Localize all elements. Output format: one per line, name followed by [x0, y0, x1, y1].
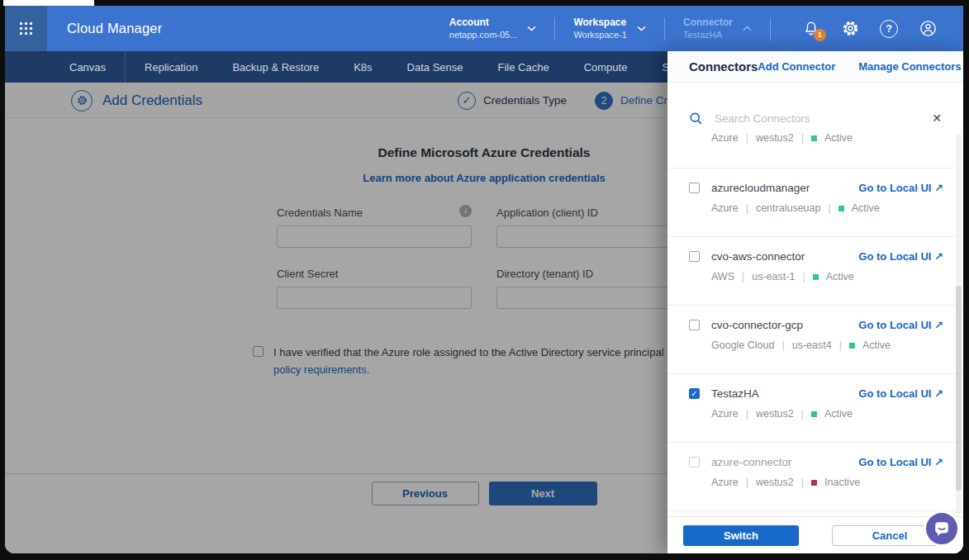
search-icon	[689, 112, 703, 126]
top-bar: Cloud Manager Account netapp.com-05... W…	[5, 6, 963, 51]
nav-tab-compute[interactable]: Compute	[567, 51, 645, 83]
divider	[770, 17, 771, 40]
policy-requirements-link[interactable]: policy requirements.	[273, 363, 369, 376]
application-client-id-input[interactable]	[496, 225, 667, 248]
connector-checkbox[interactable]: ✓	[689, 388, 700, 399]
scrollbar-thumb[interactable]	[956, 286, 962, 491]
settings-button[interactable]	[839, 18, 861, 40]
status-badge: Active	[862, 339, 891, 351]
step-credentials-type[interactable]: ✓ Credentials Type	[458, 92, 567, 110]
user-menu-button[interactable]	[917, 18, 938, 40]
divider	[554, 17, 555, 40]
notifications-button[interactable]: 1	[800, 18, 822, 40]
user-icon	[919, 19, 938, 38]
connectors-title: Connectors	[689, 59, 758, 74]
list-item-partial[interactable]: Azure westus2 Active	[667, 131, 963, 168]
credentials-gear-icon	[71, 90, 93, 112]
status-dot	[849, 343, 855, 349]
nav-tab-canvas[interactable]: Canvas	[52, 51, 123, 83]
nav-tab-file-cache[interactable]: File Cache	[481, 51, 567, 83]
manage-connectors-link[interactable]: Manage Connectors	[858, 60, 961, 73]
account-label: Account	[449, 16, 518, 29]
credentials-form: Credentials Name i Application (client) …	[277, 206, 667, 309]
connector-checkbox[interactable]: ✓	[689, 251, 700, 262]
connector-list: Azure westus2 Active ✓ azurecloudmanager…	[667, 131, 963, 516]
connector-search: ✕	[667, 83, 963, 131]
status-badge: Inactive	[824, 477, 860, 488]
wizard-steps: ✓ Credentials Type 2 Define Credentials …	[458, 83, 667, 118]
field-client-secret: Client Secret	[277, 268, 472, 309]
list-item-testazha[interactable]: ✓ TestazHA Go to Local UI ↗ Azure westus…	[667, 374, 963, 443]
chat-widget-button[interactable]	[924, 510, 960, 547]
switch-button[interactable]: Switch	[683, 525, 799, 546]
chevron-down-icon	[527, 26, 536, 31]
verify-role-checkbox[interactable]	[253, 346, 264, 357]
panel-footer: Switch Cancel	[667, 516, 963, 553]
nav-divider	[125, 51, 126, 83]
client-secret-input[interactable]	[277, 287, 472, 309]
field-credentials-name: Credentials Name i	[277, 206, 472, 248]
status-dot	[811, 135, 817, 141]
list-item-azure-connector[interactable]: ✓ azure-connector Go to Local UI ↗ Azure…	[667, 443, 963, 511]
external-link-icon: ↗	[934, 387, 943, 400]
nav-tab-data-sense[interactable]: Data Sense	[390, 51, 481, 83]
connector-label: Connector	[683, 16, 733, 29]
wizard-name: Add Credentials	[71, 83, 202, 118]
list-item-azurecloudmanager[interactable]: ✓ azurecloudmanager Go to Local UI ↗ Azu…	[667, 168, 963, 237]
credentials-name-input[interactable]	[277, 225, 472, 248]
step-define-credentials[interactable]: 2 Define Credentials	[595, 92, 667, 110]
account-value: netapp.com-05...	[449, 29, 518, 41]
external-link-icon: ↗	[934, 182, 943, 194]
workspace-dropdown[interactable]: Workspace Workspace-1	[568, 16, 651, 41]
step-check-icon: ✓	[458, 92, 476, 110]
add-connector-link[interactable]: Add Connector	[758, 60, 835, 73]
external-link-icon: ↗	[934, 250, 943, 263]
connector-checkbox[interactable]: ✓	[689, 457, 700, 467]
nav-tab-backup-restore[interactable]: Backup & Restore	[215, 51, 336, 83]
clear-search-icon[interactable]: ✕	[932, 112, 942, 125]
help-icon: ?	[880, 20, 898, 38]
external-link-icon: ↗	[934, 319, 943, 331]
connectors-header: Connectors Add Connector Manage Connecto…	[667, 51, 963, 83]
go-to-local-ui-link[interactable]: Go to Local UI ↗	[858, 456, 943, 468]
workspace-value: Workspace-1	[573, 29, 627, 41]
gear-icon	[841, 19, 860, 38]
status-dot	[811, 411, 817, 417]
notification-badge: 1	[814, 29, 826, 41]
go-to-local-ui-link[interactable]: Go to Local UI ↗	[858, 250, 943, 263]
account-dropdown[interactable]: Account netapp.com-05...	[444, 16, 542, 41]
connector-checkbox[interactable]: ✓	[689, 320, 700, 330]
search-input[interactable]	[715, 112, 920, 125]
app-title: Cloud Manager	[67, 21, 162, 36]
directory-tenant-id-input[interactable]	[496, 287, 667, 309]
info-icon[interactable]: i	[459, 205, 472, 217]
list-item-cvo-connector-gcp[interactable]: ✓ cvo-connector-gcp Go to Local UI ↗ Goo…	[667, 306, 963, 374]
wizard-content: Define Microsoft Azure Credentials Learn…	[5, 118, 667, 513]
nav-tab-replication[interactable]: Replication	[127, 51, 215, 83]
app-grid-button[interactable]	[5, 6, 47, 51]
status-badge: Active	[824, 408, 853, 420]
previous-button[interactable]: Previous	[372, 482, 479, 505]
chevron-down-icon	[637, 26, 646, 31]
connector-checkbox[interactable]: ✓	[689, 183, 700, 193]
verify-role-text: I have verified that the Azure role assi…	[273, 346, 667, 358]
help-button[interactable]: ?	[878, 18, 900, 40]
connector-value: TestazHA	[683, 29, 733, 41]
list-item-cvo-aws-connector[interactable]: ✓ cvo-aws-connector Go to Local UI ↗ AWS…	[667, 237, 963, 306]
learn-more-link[interactable]: Learn more about Azure application crede…	[5, 172, 667, 184]
go-to-local-ui-link[interactable]: Go to Local UI ↗	[858, 182, 943, 194]
field-directory-tenant-id: Directory (tenant) ID	[496, 268, 667, 309]
go-to-local-ui-link[interactable]: Go to Local UI ↗	[858, 319, 943, 331]
go-to-local-ui-link[interactable]: Go to Local UI ↗	[858, 387, 943, 400]
connector-dropdown[interactable]: Connector TestazHA	[678, 16, 757, 41]
top-bar-right: Account netapp.com-05... Workspace Works…	[444, 6, 963, 51]
status-dot	[813, 274, 819, 280]
nav-tab-k8s[interactable]: K8s	[336, 51, 389, 83]
scrollbar-track	[956, 134, 962, 514]
workspace-label: Workspace	[573, 16, 627, 29]
chat-bubble-icon	[933, 520, 951, 538]
page-title: Define Microsoft Azure Credentials	[5, 118, 667, 160]
connectors-panel: Connectors Add Connector Manage Connecto…	[667, 51, 963, 553]
background-artifact	[3, 0, 94, 6]
next-button[interactable]: Next	[489, 482, 597, 505]
